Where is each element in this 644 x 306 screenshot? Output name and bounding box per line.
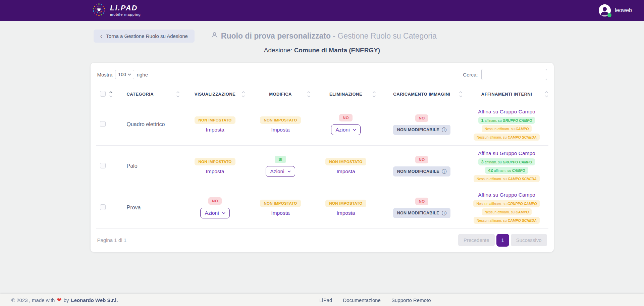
- non-modificabile-label: NON MODIFICABILE: [397, 211, 439, 215]
- sort-icon[interactable]: [459, 91, 463, 98]
- user-avatar: [599, 4, 611, 16]
- footer-link-documentazione[interactable]: Documentazione: [343, 297, 381, 303]
- info-icon[interactable]: ⓘ: [442, 211, 446, 215]
- affina-link[interactable]: Affina su Gruppo Campo: [478, 109, 535, 115]
- chevron-down-icon: [222, 212, 225, 214]
- username: leoweb: [615, 7, 632, 13]
- previous-page-button[interactable]: Precedente: [458, 234, 495, 246]
- table-row: Prova NO Azioni NON IMPOSTATO Imposta NO…: [96, 187, 548, 228]
- categories-table: CATEGORIA VISUALIZZAZIONE MODIFICA ELIMI…: [96, 85, 548, 229]
- affinamento-badge: Nessun affinam. su CAMPO SCHEDA: [474, 175, 540, 182]
- affinamento-badge: 42 affinam. su CAMPO: [485, 167, 528, 174]
- category-name: Quadro elettrico: [127, 121, 165, 127]
- status-badge: NON IMPOSTATO: [260, 116, 301, 124]
- next-page-button[interactable]: Successivo: [511, 234, 547, 246]
- logo-subtitle: mobile mapping: [110, 12, 141, 16]
- page-size-value: 100: [118, 72, 126, 77]
- sort-icon[interactable]: [372, 91, 376, 98]
- category-name: Prova: [127, 205, 141, 210]
- chevron-down-icon: [287, 170, 291, 172]
- azioni-dropdown[interactable]: Azioni: [200, 208, 229, 218]
- affinamento-badge: Nessun affinam. su CAMPO SCHEDA: [474, 134, 540, 141]
- adesione-label: Adesione:: [264, 47, 294, 54]
- back-button[interactable]: ‹ Torna a Gestione Ruolo su Adesione: [94, 30, 195, 43]
- rows-label: righe: [137, 72, 148, 78]
- affina-link[interactable]: Affina su Gruppo Campo: [478, 192, 535, 198]
- status-badge: NO: [339, 114, 353, 121]
- row-checkbox[interactable]: [100, 163, 106, 168]
- non-modificabile-label: NON MODIFICABILE: [397, 128, 439, 132]
- page-title-bold: Ruolo di prova personalizzato: [221, 32, 331, 40]
- affinamento-badge: Nessun affinam. su CAMPO: [482, 208, 532, 215]
- current-page-button[interactable]: 1: [496, 234, 509, 247]
- status-badge: SI: [275, 156, 286, 163]
- info-icon[interactable]: ⓘ: [442, 128, 446, 132]
- row-checkbox[interactable]: [100, 121, 106, 127]
- azioni-label: Azioni: [270, 168, 284, 174]
- search-label: Cerca:: [463, 72, 478, 78]
- company-name: Leonardo Web S.r.l.: [71, 297, 118, 303]
- table-header-row: CATEGORIA VISUALIZZAZIONE MODIFICA ELIMI…: [96, 85, 548, 104]
- affinamento-badge: Nessun affinam. su GRUPPO CAMPO: [473, 200, 540, 207]
- page-title-rest: - Gestione Ruolo su Categoria: [331, 32, 437, 40]
- column-header-caricamento-immagini: CARICAMENTO IMMAGINI: [393, 92, 450, 97]
- chevron-down-icon: [128, 73, 131, 75]
- top-navbar: Li.PAD mobile mapping leoweb: [0, 0, 644, 21]
- chevron-down-icon: [353, 129, 356, 131]
- status-badge: NO: [415, 156, 429, 163]
- status-badge: NO: [415, 198, 429, 205]
- column-header-affinamenti-interni: AFFINAMENTI INTERNI: [481, 92, 532, 97]
- imposta-link[interactable]: Imposta: [206, 168, 224, 174]
- sort-icon[interactable]: [545, 91, 548, 98]
- select-all-checkbox[interactable]: [100, 91, 106, 97]
- row-checkbox[interactable]: [100, 204, 106, 210]
- affinamento-badge: Nessun affinam. su CAMPO SCHEDA: [474, 217, 540, 224]
- affinamento-badge: Nessun affinam. su CAMPO: [482, 125, 532, 132]
- azioni-dropdown[interactable]: Azioni: [266, 166, 295, 177]
- page-size-select[interactable]: 100: [115, 70, 134, 79]
- sort-icon[interactable]: [307, 91, 311, 98]
- non-modificabile-label: NON MODIFICABILE: [397, 169, 439, 174]
- imposta-link[interactable]: Imposta: [206, 127, 224, 133]
- person-icon: [211, 32, 218, 41]
- non-modificabile-badge: NON MODIFICABILE ⓘ: [393, 208, 451, 218]
- non-modificabile-badge: NON MODIFICABILE ⓘ: [393, 125, 451, 135]
- copyright: © 2023 , made with ❤ by Leonardo Web S.r…: [11, 297, 118, 303]
- sort-icon[interactable]: [241, 91, 245, 98]
- status-badge: NON IMPOSTATO: [325, 158, 366, 165]
- user-menu[interactable]: leoweb: [599, 4, 632, 16]
- show-label: Mostra: [97, 72, 113, 78]
- copyright-text: © 2023 , made with: [11, 297, 55, 303]
- status-badge: NON IMPOSTATO: [195, 158, 235, 165]
- lipad-logo[interactable]: Li.PAD mobile mapping: [91, 2, 141, 19]
- category-name: Palo: [127, 163, 138, 169]
- imposta-link[interactable]: Imposta: [336, 168, 355, 174]
- affinamento-badge: 3 affinam. su GRUPPO CAMPO: [478, 158, 535, 165]
- affinamento-badge: 1 affinam. su GRUPPO CAMPO: [478, 117, 535, 124]
- footer-link-supporto-remoto[interactable]: Supporto Remoto: [391, 297, 431, 303]
- status-badge: NON IMPOSTATO: [325, 200, 366, 207]
- affina-link[interactable]: Affina su Gruppo Campo: [478, 150, 535, 156]
- page-title: Ruolo di prova personalizzato - Gestione…: [211, 32, 437, 41]
- sort-icon[interactable]: [109, 91, 113, 98]
- azioni-dropdown[interactable]: Azioni: [331, 124, 360, 135]
- non-modificabile-badge: NON MODIFICABILE ⓘ: [393, 166, 451, 176]
- page-footer: © 2023 , made with ❤ by Leonardo Web S.r…: [0, 294, 644, 306]
- online-status-dot: [607, 13, 611, 17]
- sort-icon[interactable]: [176, 91, 180, 98]
- search-input[interactable]: [481, 69, 547, 80]
- lipad-logo-icon: [91, 2, 107, 19]
- status-badge: NO: [208, 197, 222, 205]
- imposta-link[interactable]: Imposta: [271, 127, 289, 133]
- status-badge: NO: [415, 114, 429, 122]
- heart-icon: ❤: [57, 297, 61, 303]
- column-header-eliminazione: ELIMINAZIONE: [329, 92, 362, 97]
- back-button-label: Torna a Gestione Ruolo su Adesione: [106, 33, 188, 39]
- imposta-link[interactable]: Imposta: [271, 210, 289, 216]
- footer-link-lipad[interactable]: LiPad: [319, 297, 332, 303]
- logo-title: Li.PAD: [110, 4, 141, 12]
- imposta-link[interactable]: Imposta: [336, 210, 355, 216]
- column-header-modifica: MODIFICA: [269, 92, 291, 97]
- copyright-by: by: [64, 297, 69, 303]
- info-icon[interactable]: ⓘ: [442, 169, 446, 174]
